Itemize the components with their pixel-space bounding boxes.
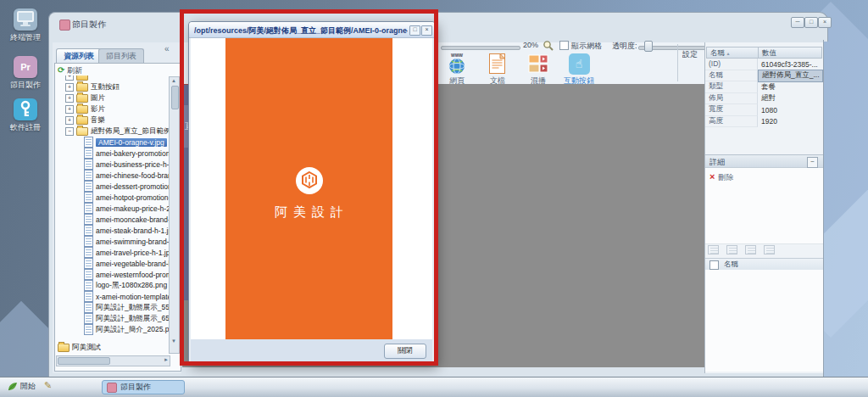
desktop-icon-program[interactable]: Pr節目製作 <box>3 56 47 91</box>
tree-item-file[interactable]: amei-vegetable-brand-h-1.j <box>56 258 169 269</box>
delete-button[interactable]: ×刪除 <box>709 171 733 183</box>
tree-item-file[interactable]: amei-travel-price-h-1.jpg <box>56 247 169 258</box>
tree-item-amei-test[interactable]: 阿美測試 <box>56 342 168 354</box>
expand-node-icon[interactable]: + <box>65 83 74 92</box>
grid-icon[interactable] <box>764 245 775 254</box>
expand-node-icon[interactable]: + <box>65 75 74 81</box>
property-name: 名稱 <box>705 70 758 82</box>
desktop-icon-terminal[interactable]: 終端管理 <box>3 8 47 43</box>
show-grid-label: 顯示網格 <box>571 41 602 52</box>
file-icon <box>84 247 93 258</box>
minimize-button[interactable]: ─ <box>791 17 804 28</box>
desktop-icon-register[interactable]: 軟件註冊 <box>3 98 47 133</box>
tree-item-folder[interactable]: +互動按鈕 <box>56 81 169 92</box>
property-name: 類型 <box>705 81 758 93</box>
scroll-up-icon[interactable]: ▲ <box>170 78 177 83</box>
prop-column-name[interactable]: 名稱 ▴ <box>706 47 759 59</box>
collapse-panel-icon[interactable]: « <box>164 44 170 53</box>
tree-item-file[interactable]: amei-bakery-promotion-h-4. <box>56 148 169 159</box>
settings-label[interactable]: 設定 <box>682 49 698 60</box>
tab-resource-list[interactable]: 資源列表 <box>56 48 102 64</box>
tree-item-file[interactable]: amei-dessert-promotion-h-1 <box>56 181 169 192</box>
toolbar-item-globe[interactable]: WWW網頁 <box>441 53 473 87</box>
preview-image: 阿美設計 <box>225 38 392 339</box>
start-button[interactable]: 開始 <box>7 381 36 392</box>
toolbar-item-mix-media[interactable]: 混播 <box>522 53 554 87</box>
tree-item-file[interactable]: amei-chinese-food-brand-h- <box>56 170 169 181</box>
maximize-button[interactable]: □ <box>804 17 818 28</box>
window-title: 節目製作 <box>72 19 106 31</box>
tree-item-label: 音樂 <box>91 115 105 126</box>
tree-item-file[interactable]: amei-hotpot-promotion-h-1. <box>56 192 169 203</box>
scrollbar-thumb[interactable] <box>58 357 110 365</box>
folder-icon <box>76 83 88 92</box>
tree-item-folder[interactable]: +音樂 <box>56 115 169 126</box>
tree-item-label: x-amei-motion-template-h.m <box>96 293 169 301</box>
tree-item-file[interactable]: amei-steak-brand-h-1.jpg <box>56 225 169 236</box>
tree-item-folder[interactable]: + <box>56 75 169 81</box>
folder-icon <box>76 105 88 114</box>
image-preview-dialog: /opt/resources/阿美/絕對佈局_直立_節目範例/AMEI-0-or… <box>188 21 436 365</box>
grid-icon[interactable] <box>745 245 756 254</box>
tree-item-file[interactable]: x-amei-motion-template-h.m <box>56 291 169 302</box>
grid-icon[interactable] <box>708 245 719 254</box>
dialog-close-button[interactable]: 關閉 <box>384 344 426 359</box>
expand-node-icon[interactable]: + <box>65 94 74 103</box>
tree-vertical-scrollbar[interactable]: ▲ ▼ <box>169 76 180 354</box>
scrollbar-thumb[interactable] <box>171 86 179 109</box>
collapse-node-icon[interactable]: − <box>65 127 74 136</box>
tree-item-file[interactable]: AMEI-0-oragne-v.jpg <box>56 137 169 148</box>
toolbar-item-touch-button[interactable]: ☝互動按鈕 <box>563 53 595 87</box>
select-all-checkbox[interactable] <box>709 260 719 270</box>
tree-horizontal-scrollbar[interactable]: ► <box>56 355 170 366</box>
tree-item-file[interactable]: amei-westernfood-promotio <box>56 269 169 280</box>
dialog-footer: 關閉 <box>191 339 432 361</box>
scroll-right-icon[interactable]: ► <box>164 357 169 362</box>
toolbar-item-document[interactable]: 文檔 <box>481 53 514 87</box>
tab-program-list[interactable]: 節目列表 <box>98 48 144 64</box>
expand-node-icon[interactable]: + <box>65 116 74 125</box>
tree-item-label: 阿美設計_簡介_2025.pdf <box>96 325 169 335</box>
tree-item-file[interactable]: logo-黑-1080x286.png <box>56 280 169 291</box>
grid-icon[interactable] <box>726 245 737 254</box>
scroll-down-icon[interactable]: ▼ <box>170 338 177 344</box>
property-value: 1080 <box>758 104 823 116</box>
file-icon <box>84 159 93 170</box>
tree-item-file[interactable]: amei-mooncake-brand-h-1.j <box>56 214 169 225</box>
tree-item-folder[interactable]: −絕對佈局_直立_節目範例 <box>56 126 169 137</box>
show-grid-checkbox[interactable] <box>559 41 569 50</box>
brand-logo-wrap: 阿美設計 <box>225 165 392 221</box>
collapse-section-icon[interactable]: − <box>807 157 818 168</box>
prop-column-value[interactable]: 數值 <box>759 47 822 59</box>
property-row: (ID)61049cf3-2385-... <box>705 59 823 70</box>
dialog-titlebar[interactable]: /opt/resources/阿美/絕對佈局_直立_節目範例/AMEI-0-or… <box>189 22 435 38</box>
touch-button-icon: ☝ <box>563 53 595 75</box>
tree-item-folder[interactable]: +圖片 <box>56 92 169 103</box>
dialog-body: 阿美設計 <box>191 38 432 339</box>
sort-indicator-icon: ▴ <box>726 51 729 56</box>
tree-item-file[interactable]: amei-business-price-h-2.jpg <box>56 159 169 170</box>
property-value[interactable]: 絕對佈局_直立_... <box>758 70 823 83</box>
folder-icon <box>76 127 88 136</box>
property-row: 類型套餐 <box>705 81 823 93</box>
tree-item-file[interactable]: 阿美設計_簡介_2025.pdf <box>56 324 169 335</box>
close-button[interactable]: × <box>818 17 832 28</box>
tree-item-file[interactable]: amei-swimming-brand-h-2.j <box>56 236 169 247</box>
terminal-tile-icon <box>14 8 37 31</box>
tree-item-file[interactable]: 阿美設計_動態展示_65吋三 <box>56 313 169 324</box>
file-icon <box>84 302 93 313</box>
main-window-titlebar <box>48 12 828 42</box>
dialog-close-icon[interactable]: × <box>421 25 432 36</box>
dialog-maximize-icon[interactable]: □ <box>409 25 420 36</box>
globe-icon: WWW <box>441 53 473 75</box>
edit-shortcut-icon[interactable]: ✎ <box>44 380 52 391</box>
prop-col-label: 名稱 <box>710 48 725 57</box>
tree-item-folder[interactable]: +影片 <box>56 103 169 115</box>
zoom-slider[interactable] <box>441 46 520 50</box>
expand-node-icon[interactable]: + <box>65 105 74 114</box>
taskbar-task-program[interactable]: 節目製作 <box>102 380 185 394</box>
tree-item-file[interactable]: 阿美設計_動態展示_55吋_ <box>56 302 169 313</box>
opacity-slider-handle[interactable] <box>644 41 653 52</box>
tree-item-label: amei-hotpot-promotion-h-1. <box>96 193 169 202</box>
tree-item-file[interactable]: amei-makeup-price-h-2.jpg <box>56 203 169 214</box>
